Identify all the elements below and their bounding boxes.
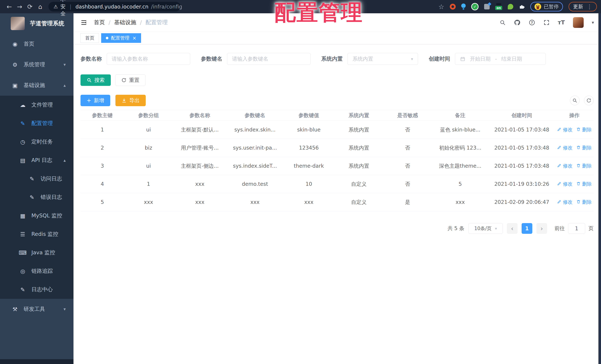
help-icon[interactable]: ? (529, 19, 535, 26)
error-log-icon: ✎ (28, 194, 36, 201)
row-actions: 修改删除 (555, 139, 594, 157)
address-bar[interactable]: ⚠ 不安全 | dashboard.yudao.iocoder.cn/infra… (48, 2, 180, 11)
forward-icon[interactable]: → (14, 3, 25, 10)
extension-on-icon[interactable]: on (495, 3, 502, 10)
table-cell: 2021-01-05 17:03:48 (488, 157, 555, 175)
bookmark-star-icon[interactable]: ☆ (438, 3, 444, 10)
edit-link[interactable]: 修改 (557, 181, 572, 187)
add-button[interactable]: + 新增 (80, 95, 110, 106)
edit-link[interactable]: 修改 (557, 145, 572, 151)
extensions-puzzle-icon[interactable] (519, 4, 525, 10)
plus-icon: + (87, 98, 91, 103)
date-range-picker[interactable]: 开始日期 - 结束日期 (455, 53, 546, 65)
table-cell: 用户管理-账号... (173, 139, 227, 157)
delete-link[interactable]: 删除 (576, 127, 592, 133)
sidebar-item-log-center[interactable]: ✎日志中心 (0, 280, 73, 299)
sidebar-item-config-manage[interactable]: ✎配置管理 (0, 114, 73, 133)
sidebar-item-error-log[interactable]: ✎错误日志 (0, 188, 73, 206)
extension-leaf-icon[interactable] (508, 4, 513, 10)
sidebar-item-infra[interactable]: ▣基础设施▴ (0, 75, 73, 96)
tab-close-icon[interactable]: × (132, 36, 136, 40)
sidebar-item-file-manage[interactable]: ☁文件管理 (0, 96, 73, 114)
github-icon[interactable] (514, 19, 521, 26)
table-cell: 否 (383, 121, 432, 139)
column-header: 系统内置 (335, 110, 383, 121)
sidebar-item-home[interactable]: ◉首页 (0, 34, 73, 54)
sidebar-item-system[interactable]: ⚙系统管理▾ (0, 54, 73, 75)
table-cell: 自定义 (335, 193, 383, 211)
extension-cube-icon[interactable] (484, 4, 490, 10)
prev-page-button[interactable]: ‹ (507, 223, 518, 234)
sidebar-item-trace[interactable]: ◎链路追踪 (0, 262, 73, 280)
param-name-input[interactable]: 请输入参数名称 (107, 53, 190, 65)
user-menu-caret-icon[interactable]: ▾ (592, 20, 594, 25)
trash-icon (576, 181, 581, 187)
hide-search-button[interactable] (570, 96, 580, 105)
table-cell: 2021-01-05 17:03:48 (488, 139, 555, 157)
breadcrumb: 首页 / 基础设施 / 配置管理 (94, 19, 168, 26)
extension-check-icon[interactable]: ✓ (471, 3, 479, 10)
table-cell: 5 (432, 175, 489, 193)
browser-menu-icon[interactable]: ⋮ (587, 3, 592, 10)
search-button[interactable]: 搜索 (80, 74, 111, 86)
home-icon[interactable]: ⌂ (35, 3, 45, 10)
extension-pin-icon[interactable] (461, 3, 466, 10)
table-row: 5xxxxxxxxxxxx自定义是xxx2021-02-09 20:06:47修… (80, 193, 594, 211)
tab-config[interactable]: 配置管理 × (101, 33, 141, 43)
delete-link[interactable]: 删除 (576, 199, 592, 205)
page-size-select[interactable]: 10条/页 ▾ (468, 223, 503, 234)
column-header: 参数键名 (227, 110, 283, 121)
security-label: 不安全 (60, 0, 66, 17)
tab-home[interactable]: 首页 (80, 33, 99, 43)
paused-badge[interactable]: 已暂停 (530, 2, 563, 11)
table-cell: 1 (80, 121, 124, 139)
breadcrumb-home[interactable]: 首页 (94, 19, 105, 26)
svg-text:?: ? (531, 20, 533, 25)
next-page-button[interactable]: › (536, 223, 547, 234)
font-size-icon[interactable]: тT (558, 19, 565, 26)
table-cell: 主框架页-侧边... (173, 157, 227, 175)
sidebar-item-redis-monitor[interactable]: ☰Redis 监控 (0, 225, 73, 243)
refresh-button[interactable] (584, 96, 594, 105)
table-cell: 4 (80, 175, 124, 193)
fullscreen-icon[interactable] (543, 19, 550, 26)
param-key-label: 参数键名 (201, 55, 222, 63)
browser-extensions: ☆ ✓ on 已暂停 更新 ⋮ (438, 2, 597, 11)
param-key-input[interactable]: 请输入参数键名 (227, 53, 311, 65)
sidebar-item-mysql-monitor[interactable]: ▦MySQL 监控 (0, 206, 73, 225)
reset-button[interactable]: 重置 (115, 74, 146, 86)
chevron-icon: ▴ (63, 83, 66, 88)
delete-link[interactable]: 删除 (576, 163, 592, 169)
insecure-warning-icon[interactable]: ⚠ (54, 4, 58, 10)
search-icon[interactable] (500, 19, 506, 26)
delete-link[interactable]: 删除 (576, 181, 592, 187)
content: 参数名称 请输入参数名称 参数键名 请输入参数键名 系统内置 系统内置 ▾ 创建… (73, 44, 601, 364)
sidebar-item-label: 链路追踪 (31, 267, 53, 275)
sidebar-item-api-log[interactable]: ▤API 日志▴ (0, 151, 73, 170)
trash-icon (576, 163, 581, 169)
edit-link[interactable]: 修改 (557, 127, 572, 133)
sidebar-item-dev-tools[interactable]: ⚒研发工具▾ (0, 299, 73, 320)
sidebar-item-java-monitor[interactable]: ⌨Java 监控 (0, 243, 73, 262)
sidebar-item-access-log[interactable]: ✎访问日志 (0, 170, 73, 188)
extension-orange-icon[interactable] (450, 4, 456, 10)
delete-link[interactable]: 删除 (576, 145, 592, 151)
dashboard-icon: ◉ (11, 41, 19, 47)
back-icon[interactable]: ← (4, 3, 14, 10)
goto-page-input[interactable]: 1 (568, 223, 585, 234)
current-page-button[interactable]: 1 (521, 223, 532, 234)
user-avatar[interactable] (573, 17, 584, 28)
table-cell: skin-blue (283, 121, 335, 139)
export-button[interactable]: 导出 (115, 95, 146, 106)
breadcrumb-infra[interactable]: 基础设施 (114, 19, 136, 26)
sidebar-fold-icon[interactable] (80, 19, 87, 26)
edit-link[interactable]: 修改 (557, 163, 572, 169)
reload-icon[interactable]: ⟳ (25, 3, 35, 10)
table-cell: 1 (124, 175, 173, 193)
update-button[interactable]: 更新 ⋮ (569, 2, 597, 11)
edit-link[interactable]: 修改 (557, 199, 572, 205)
sidebar-item-scheduled-jobs[interactable]: ◷定时任务 (0, 133, 73, 151)
table-cell: 初始化密码 123... (432, 139, 489, 157)
sidebar-item-label: 错误日志 (41, 193, 62, 201)
builtin-select[interactable]: 系统内置 ▾ (348, 53, 418, 65)
